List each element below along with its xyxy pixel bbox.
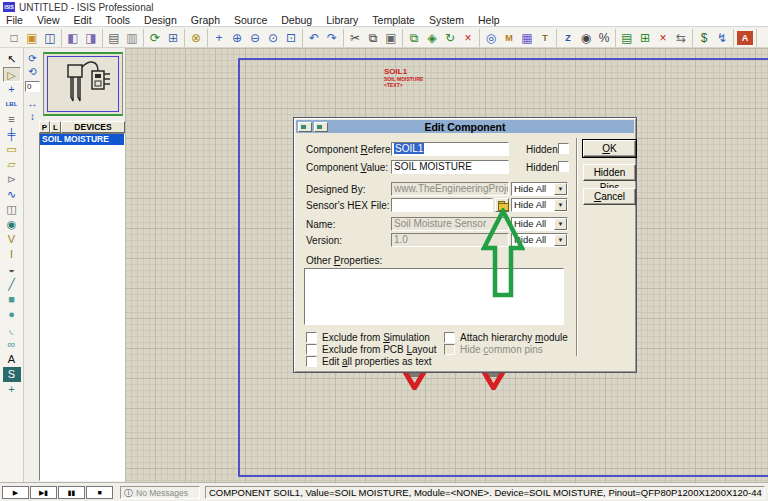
marker-mode-icon[interactable]: + <box>3 382 21 397</box>
graphics-text-mode-icon[interactable]: A <box>3 352 21 367</box>
zoom-all-icon[interactable]: ⊙ <box>264 30 282 46</box>
wire-label-mode-icon[interactable]: LBL <box>3 97 21 112</box>
bill-of-materials-icon[interactable]: $ <box>695 30 713 46</box>
chevron-down-icon[interactable]: ▼ <box>554 218 567 230</box>
packaging-tool-icon[interactable]: ▦ <box>518 30 536 46</box>
graphics-arc-mode-icon[interactable]: ◟ <box>3 322 21 337</box>
designed-by-visibility-dropdown[interactable]: Hide All▼ <box>511 182 568 196</box>
block-delete-icon[interactable]: × <box>459 30 477 46</box>
new-file-icon[interactable]: □ <box>5 30 23 46</box>
cut-icon[interactable]: ✂ <box>346 30 364 46</box>
make-device-icon[interactable]: M <box>500 30 518 46</box>
block-rotate-icon[interactable]: ↻ <box>441 30 459 46</box>
text-script-mode-icon[interactable]: ≡ <box>3 112 21 127</box>
menu-design[interactable]: Design <box>144 14 177 26</box>
block-move-icon[interactable]: ◈ <box>423 30 441 46</box>
rotate-anticlockwise-button[interactable]: ⟲ <box>25 66 40 78</box>
rotate-clockwise-button[interactable]: ⟳ <box>25 53 40 65</box>
menu-template[interactable]: Template <box>372 14 415 26</box>
component-mode-icon[interactable]: ▷ <box>3 67 21 82</box>
hidden-pins-button[interactable]: Hidden Pins <box>583 164 636 181</box>
chevron-down-icon[interactable]: ▼ <box>554 234 567 246</box>
redraw-icon[interactable]: ⟳ <box>146 30 164 46</box>
mark-print-area-icon[interactable]: ▥ <box>123 30 141 46</box>
pause-button[interactable]: ▮▮ <box>58 486 85 499</box>
undo-icon[interactable]: ↶ <box>305 30 323 46</box>
goto-sheet-icon[interactable]: ⇆ <box>672 30 690 46</box>
menu-help[interactable]: Help <box>478 14 500 26</box>
new-sheet-icon[interactable]: ⊞ <box>636 30 654 46</box>
other-properties-textarea[interactable] <box>304 268 564 325</box>
menu-tools[interactable]: Tools <box>106 14 131 26</box>
chevron-down-icon[interactable]: ▼ <box>554 199 567 211</box>
graphics-box-mode-icon[interactable]: ■ <box>3 292 21 307</box>
virtual-instruments-mode-icon[interactable]: ◒ <box>3 262 21 277</box>
remove-sheet-icon[interactable]: × <box>654 30 672 46</box>
terminal-mode-icon[interactable]: ▱ <box>3 157 21 172</box>
graphics-circle-mode-icon[interactable]: ● <box>3 307 21 322</box>
device-list[interactable]: SOIL MOISTURE <box>39 133 125 481</box>
tape-recorder-mode-icon[interactable]: ◫ <box>3 202 21 217</box>
ok-button[interactable]: OK <box>583 140 636 157</box>
chevron-down-icon[interactable]: ▼ <box>554 183 567 195</box>
save-file-icon[interactable]: ◫ <box>41 30 59 46</box>
pan-icon[interactable]: + <box>210 30 228 46</box>
design-explorer-icon[interactable]: ▤ <box>618 30 636 46</box>
pick-devices-button[interactable]: P <box>39 121 50 133</box>
dialog-titlebar-icon-a[interactable] <box>298 122 312 132</box>
decompose-icon[interactable]: T <box>536 30 554 46</box>
pick-parts-icon[interactable]: ◎ <box>482 30 500 46</box>
origin-icon[interactable]: ⊗ <box>187 30 205 46</box>
toggle-grid-icon[interactable]: ⊞ <box>164 30 182 46</box>
search-and-tag-icon[interactable]: ◉ <box>577 30 595 46</box>
exclude-pcb-checkbox[interactable] <box>306 344 317 355</box>
play-button[interactable]: ▶ <box>2 486 29 499</box>
selection-mode-icon[interactable]: ↖ <box>3 52 21 67</box>
paste-icon[interactable]: ▣ <box>382 30 400 46</box>
menu-source[interactable]: Source <box>234 14 267 26</box>
voltage-probe-mode-icon[interactable]: V <box>3 232 21 247</box>
subcircuit-mode-icon[interactable]: ▭ <box>3 142 21 157</box>
graph-mode-icon[interactable]: ∿ <box>3 187 21 202</box>
graphics-path-mode-icon[interactable]: ∞ <box>3 337 21 352</box>
component-value-field[interactable]: SOIL MOISTURE <box>391 160 509 174</box>
library-button[interactable]: L <box>50 121 61 133</box>
graphics-symbol-mode-icon[interactable]: S <box>3 367 21 382</box>
wire-autorouter-icon[interactable]: Z <box>559 30 577 46</box>
zoom-area-icon[interactable]: ⊡ <box>282 30 300 46</box>
bus-mode-icon[interactable]: ╪ <box>3 127 21 142</box>
export-section-icon[interactable]: ◨ <box>82 30 100 46</box>
mirror-vertical-button[interactable]: ↕ <box>25 111 40 123</box>
dialog-titlebar[interactable]: Edit Component <box>296 120 634 133</box>
menu-file[interactable]: File <box>6 14 23 26</box>
menu-view[interactable]: View <box>37 14 60 26</box>
menu-debug[interactable]: Debug <box>281 14 312 26</box>
print-icon[interactable]: ▤ <box>105 30 123 46</box>
redo-icon[interactable]: ↷ <box>323 30 341 46</box>
hex-file-field[interactable] <box>391 198 493 212</box>
cancel-button[interactable]: Cancel <box>583 188 636 205</box>
junction-dot-mode-icon[interactable]: + <box>3 82 21 97</box>
import-section-icon[interactable]: ◧ <box>64 30 82 46</box>
device-pin-mode-icon[interactable]: ⊳ <box>3 172 21 187</box>
dialog-titlebar-icon-b[interactable] <box>314 122 328 132</box>
step-button[interactable]: ▶▮ <box>30 486 57 499</box>
hidden-checkbox-1[interactable] <box>558 143 569 154</box>
electrical-rule-check-icon[interactable]: ↯ <box>713 30 731 46</box>
generator-mode-icon[interactable]: ◉ <box>3 217 21 232</box>
graphics-line-mode-icon[interactable]: ╱ <box>3 277 21 292</box>
component-reference-field[interactable]: SOIL1 <box>391 142 509 156</box>
attach-hierarchy-checkbox[interactable] <box>444 332 455 343</box>
stop-button[interactable]: ■ <box>86 486 113 499</box>
block-copy-icon[interactable]: ⧉ <box>405 30 423 46</box>
current-probe-mode-icon[interactable]: I <box>3 247 21 262</box>
device-list-item[interactable]: SOIL MOISTURE <box>40 134 124 145</box>
property-assignment-icon[interactable]: % <box>595 30 613 46</box>
netlist-to-ares-icon[interactable]: A <box>737 31 753 45</box>
menu-system[interactable]: System <box>429 14 464 26</box>
menu-edit[interactable]: Edit <box>74 14 92 26</box>
zoom-in-icon[interactable]: ⊕ <box>228 30 246 46</box>
rotation-angle-field[interactable]: 0 <box>25 81 40 92</box>
copy-icon[interactable]: ⧉ <box>364 30 382 46</box>
menu-library[interactable]: Library <box>326 14 358 26</box>
